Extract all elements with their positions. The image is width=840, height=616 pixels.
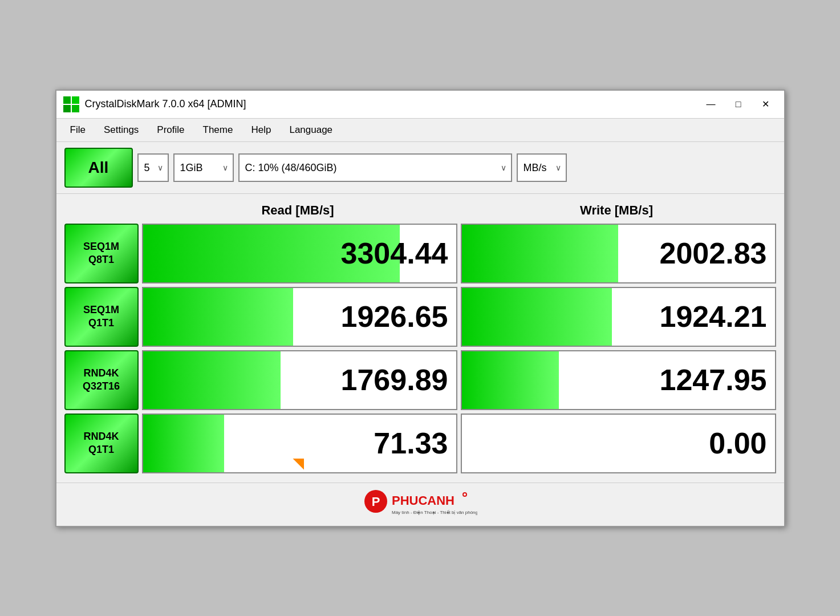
write-value-seq1m-q1t1: 1924.21: [660, 299, 767, 334]
write-bar-rnd4k-q32t16: [462, 351, 559, 409]
read-cell-rnd4k-q32t16: 1769.89: [142, 350, 457, 410]
main-window: CrystalDiskMark 7.0.0 x64 [ADMIN] — □ ✕ …: [55, 90, 785, 527]
write-header: Write [MB/s]: [457, 200, 776, 221]
svg-rect-2: [63, 105, 71, 112]
menu-theme[interactable]: Theme: [194, 121, 242, 139]
label-spacer: [64, 200, 139, 221]
footer: P PHUCANH Máy tính - Điện Thoại - Thiết …: [56, 483, 784, 526]
unit-selector[interactable]: MB/s GB/s IOPS μs: [517, 153, 567, 182]
svg-point-8: [464, 493, 466, 496]
count-selector[interactable]: 5 1 3 9: [137, 153, 169, 182]
results-header: Read [MB/s] Write [MB/s]: [64, 200, 776, 221]
menu-profile[interactable]: Profile: [148, 121, 193, 139]
read-value-seq1m-q8t1: 3304.44: [341, 236, 448, 270]
write-value-rnd4k-q32t16: 1247.95: [660, 363, 767, 397]
svg-text:P: P: [371, 495, 380, 509]
orange-indicator: [293, 459, 304, 470]
read-bar-rnd4k-q1t1: [143, 415, 225, 472]
toolbar: All 5 1 3 9 1GiB 512MiB 256MiB 64MiB 32M…: [56, 142, 784, 194]
read-cell-rnd4k-q1t1: 71.33: [142, 414, 457, 473]
read-cell-seq1m-q1t1: 1926.65: [142, 287, 457, 347]
app-icon: [63, 96, 79, 112]
minimize-button[interactable]: —: [700, 95, 723, 114]
menu-bar: File Settings Profile Theme Help Languag…: [56, 119, 784, 142]
menu-help[interactable]: Help: [242, 121, 280, 139]
menu-settings[interactable]: Settings: [95, 121, 148, 139]
write-cell-rnd4k-q32t16: 1247.95: [461, 350, 776, 410]
window-title: CrystalDiskMark 7.0.0 x64 [ADMIN]: [85, 98, 694, 110]
row-label-seq1m-q1t1: SEQ1M Q1T1: [64, 287, 139, 347]
read-bar-seq1m-q1t1: [143, 288, 294, 346]
svg-rect-0: [63, 96, 71, 104]
window-controls: — □ ✕: [700, 95, 777, 114]
write-value-rnd4k-q1t1: 0.00: [709, 426, 766, 460]
count-select[interactable]: 5 1 3 9: [144, 162, 151, 173]
phucanh-logo: P PHUCANH Máy tính - Điện Thoại - Thiết …: [363, 489, 477, 520]
row-label-rnd4k-q32t16: RND4K Q32T16: [64, 350, 139, 410]
write-bar-seq1m-q8t1: [462, 225, 619, 282]
table-row: RND4K Q32T16 1769.89 1247.95: [64, 350, 776, 410]
unit-select[interactable]: MB/s GB/s IOPS μs: [524, 162, 549, 173]
write-cell-rnd4k-q1t1: 0.00: [461, 414, 776, 473]
all-button[interactable]: All: [64, 148, 133, 188]
drive-select[interactable]: C: 10% (48/460GiB): [245, 162, 494, 173]
read-value-rnd4k-q1t1: 71.33: [374, 426, 448, 460]
read-cell-seq1m-q8t1: 3304.44: [142, 224, 457, 283]
close-button[interactable]: ✕: [754, 95, 777, 114]
read-bar-rnd4k-q32t16: [143, 351, 281, 409]
menu-file[interactable]: File: [61, 121, 95, 139]
write-cell-seq1m-q1t1: 1924.21: [461, 287, 776, 347]
results-area: Read [MB/s] Write [MB/s] SEQ1M Q8T1 3304…: [56, 194, 784, 483]
write-value-seq1m-q8t1: 2002.83: [660, 236, 767, 270]
read-value-seq1m-q1t1: 1926.65: [341, 299, 448, 334]
svg-text:Máy tính - Điện Thoại - Thiết : Máy tính - Điện Thoại - Thiết bị văn phò…: [392, 510, 477, 515]
size-select[interactable]: 1GiB 512MiB 256MiB 64MiB 32MiB 16MiB 8Mi…: [180, 162, 216, 173]
table-row: RND4K Q1T1 71.33 0.00: [64, 414, 776, 473]
write-cell-seq1m-q8t1: 2002.83: [461, 224, 776, 283]
drive-selector[interactable]: C: 10% (48/460GiB): [238, 153, 512, 182]
row-label-rnd4k-q1t1: RND4K Q1T1: [64, 414, 139, 473]
menu-language[interactable]: Language: [280, 121, 342, 139]
row-label-seq1m-q8t1: SEQ1M Q8T1: [64, 224, 139, 283]
maximize-button[interactable]: □: [727, 95, 750, 114]
read-header: Read [MB/s]: [139, 200, 457, 221]
table-row: SEQ1M Q8T1 3304.44 2002.83: [64, 224, 776, 283]
title-bar: CrystalDiskMark 7.0.0 x64 [ADMIN] — □ ✕: [56, 91, 784, 119]
svg-rect-3: [72, 105, 79, 112]
logo-area: P PHUCANH Máy tính - Điện Thoại - Thiết …: [363, 489, 477, 520]
read-value-rnd4k-q32t16: 1769.89: [341, 363, 448, 397]
write-bar-seq1m-q1t1: [462, 288, 612, 346]
size-selector[interactable]: 1GiB 512MiB 256MiB 64MiB 32MiB 16MiB 8Mi…: [173, 153, 234, 182]
svg-rect-1: [72, 96, 79, 104]
svg-text:PHUCANH: PHUCANH: [392, 493, 455, 508]
table-row: SEQ1M Q1T1 1926.65 1924.21: [64, 287, 776, 347]
